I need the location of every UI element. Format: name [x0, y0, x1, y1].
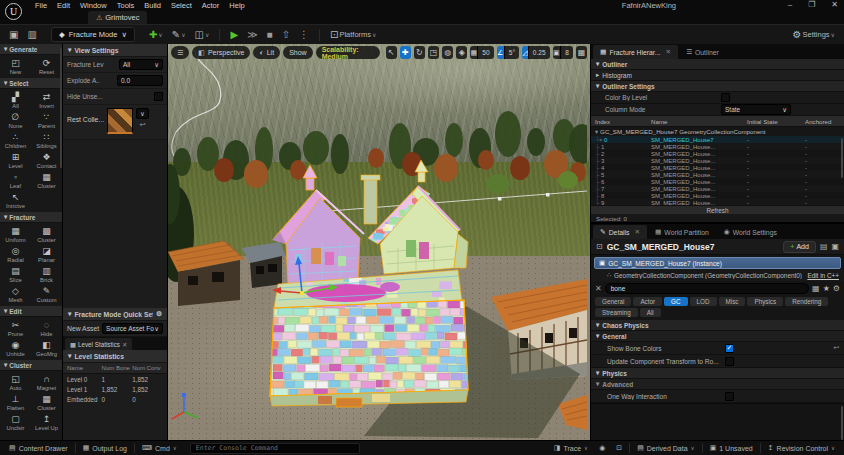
- use-selected-icon[interactable]: ↩: [139, 121, 145, 129]
- filter-chip-actor[interactable]: Actor: [633, 297, 662, 306]
- filter-chip-misc[interactable]: Misc: [719, 297, 746, 306]
- camera-speed-control[interactable]: ▣ 8: [553, 46, 573, 59]
- tool-select-none[interactable]: ∅None: [0, 110, 31, 130]
- close-button[interactable]: ✕: [831, 0, 838, 9]
- view-mode-dropdown[interactable]: ◐Lit: [253, 46, 280, 59]
- level-viewport[interactable]: ☰ ◧Perspective ◐Lit Show Scalability: Me…: [168, 44, 590, 440]
- stop-button[interactable]: ■: [264, 29, 276, 40]
- display-filter-icon[interactable]: ▦: [812, 284, 820, 293]
- grid-snap-control[interactable]: ▦ 50: [470, 46, 493, 59]
- maximize-button[interactable]: ❐: [808, 0, 815, 9]
- clear-search-icon[interactable]: ✕: [595, 284, 602, 293]
- outliner-root-row[interactable]: ▾ GC_SM_MERGED_House7 GeometryCollection…: [591, 127, 844, 136]
- tool-select-invert[interactable]: ⇄Invert: [31, 90, 62, 110]
- menu-build[interactable]: Build: [139, 0, 166, 11]
- settings-dropdown[interactable]: ⚙Settings∨: [790, 29, 838, 40]
- rotation-snap-control[interactable]: ∠ 5°: [497, 46, 519, 59]
- quick-settings-header[interactable]: ▾ Fracture Mode Quick Settin ⚙: [63, 308, 167, 321]
- select-tool[interactable]: ↖: [386, 46, 397, 59]
- palette-section-select[interactable]: ▾Select: [0, 78, 62, 89]
- tool-select-all[interactable]: ▞All: [0, 90, 31, 110]
- menu-file[interactable]: File: [30, 0, 52, 11]
- general-header[interactable]: ▾ General: [591, 331, 844, 342]
- insights-button[interactable]: ◉: [595, 444, 609, 452]
- tool-select-level[interactable]: ⊞Level: [0, 150, 31, 170]
- gear-icon[interactable]: ⚙: [156, 310, 162, 318]
- output-log-button[interactable]: ▦Output Log: [79, 444, 131, 452]
- tool-fracture-planar[interactable]: ◪Planar: [31, 244, 62, 264]
- browse-icon[interactable]: ▤: [820, 242, 828, 251]
- outliner-row-1[interactable]: ├ 1SM_MERGED_House...--: [591, 143, 844, 150]
- tool-select-leaf[interactable]: ◦Leaf: [0, 170, 31, 190]
- explode-amount-input[interactable]: 0.0: [117, 75, 163, 86]
- show-dropdown[interactable]: Show: [283, 46, 313, 59]
- close-icon[interactable]: ✕: [634, 228, 639, 236]
- lock-icon[interactable]: ▣: [831, 242, 839, 251]
- refresh-button[interactable]: Refresh: [591, 205, 844, 214]
- tool-cluster-magnet[interactable]: ∩Magnet: [31, 372, 62, 392]
- one-way-interaction-checkbox[interactable]: [725, 392, 734, 401]
- new-asset-dropdown[interactable]: Source Asset Fo∨: [102, 323, 163, 334]
- filter-chip-gc[interactable]: GC: [664, 297, 687, 306]
- menu-edit[interactable]: Edit: [52, 0, 75, 11]
- outliner-row-0[interactable]: └▾ 0SM_MERGED_House7--: [591, 136, 844, 143]
- close-icon[interactable]: ✕: [665, 48, 670, 56]
- palette-section-fracture[interactable]: ▾Fracture: [0, 212, 62, 223]
- tab-level-grimtovec[interactable]: ⚠ Grimtovec: [88, 11, 147, 24]
- tool-generate-reset[interactable]: ⟳Reset: [31, 56, 62, 76]
- scale-snap-control[interactable]: ◿ 0.25: [522, 46, 550, 59]
- filter-chip-all[interactable]: All: [640, 308, 661, 317]
- scale-tool[interactable]: ◳: [428, 46, 439, 59]
- console-command-input[interactable]: Enter Console Command: [190, 443, 360, 454]
- tool-fracture-brick[interactable]: ▥Brick: [31, 264, 62, 284]
- show-bone-colors-checkbox[interactable]: ✓: [725, 344, 734, 353]
- menu-tools[interactable]: Tools: [112, 0, 140, 11]
- outliner-row-3[interactable]: ├ 3SM_MERGED_House...--: [591, 157, 844, 164]
- outliner-scrollbar[interactable]: [841, 138, 843, 178]
- tool-fracture-uniform[interactable]: ▦Uniform: [0, 224, 31, 244]
- rotate-tool[interactable]: ↻: [414, 46, 425, 59]
- rest-collection-dropdown[interactable]: ∨: [136, 108, 149, 119]
- instance-row[interactable]: ▣ GC_SM_MERGED_House7 (Instance): [594, 257, 841, 269]
- scalability-warning[interactable]: Scalability: Medium: [316, 46, 380, 59]
- tool-select-contact[interactable]: ❖Contact: [31, 150, 62, 170]
- tool-select-parent[interactable]: ∵Parent: [31, 110, 62, 130]
- tool-fracture-radial[interactable]: ◎Radial: [0, 244, 31, 264]
- cinematics-button[interactable]: ◫∨: [192, 29, 213, 40]
- histogram-header[interactable]: ▸ Histogram: [591, 70, 844, 81]
- update-component-checkbox[interactable]: [725, 357, 734, 366]
- outliner-row-4[interactable]: ├ 4SM_MERGED_House...--: [591, 164, 844, 171]
- derived-data-dropdown[interactable]: ▤Derived Data∨: [633, 444, 699, 452]
- palette-section-generate[interactable]: ▾Generate: [0, 44, 62, 55]
- play-options-button[interactable]: ⋮: [296, 29, 312, 40]
- outliner-row-7[interactable]: ├ 7SM_MERGED_House...--: [591, 185, 844, 192]
- menu-select[interactable]: Select: [166, 0, 197, 11]
- level-statistics-header[interactable]: ▾ Level Statistics: [63, 350, 167, 363]
- tool-select-cluster[interactable]: ▦Cluster: [31, 170, 62, 190]
- tool-select-intrctve[interactable]: ↖Intrctve: [0, 190, 31, 210]
- view-settings-header[interactable]: ▾ View Settings: [63, 44, 167, 57]
- viewport-options-button[interactable]: ☰: [171, 46, 189, 59]
- tool-cluster-level-up[interactable]: ↥Level Up: [31, 412, 62, 432]
- cmd-dropdown[interactable]: ⌨Cmd∨: [138, 444, 181, 452]
- outliner-row-5[interactable]: ├ 5SM_MERGED_House...--: [591, 171, 844, 178]
- tab-world-partition[interactable]: ▦ World Partition: [648, 225, 716, 239]
- tool-cluster-auto[interactable]: ◱Auto: [0, 372, 31, 392]
- outliner-row-8[interactable]: ├ 8SM_MERGED_House...--: [591, 192, 844, 199]
- import-content-button[interactable]: ▥: [24, 29, 39, 40]
- tool-select-children[interactable]: ∴Children: [0, 130, 31, 150]
- surface-snap-toggle[interactable]: ◈: [456, 46, 467, 59]
- filter-chip-physics[interactable]: Physics: [747, 297, 783, 306]
- tool-fracture-mesh[interactable]: ◇Mesh: [0, 284, 31, 304]
- revision-control-dropdown[interactable]: ↥Revision Control∨: [764, 444, 839, 452]
- palette-scrollbar[interactable]: [60, 48, 62, 168]
- content-drawer-button[interactable]: ▤Content Drawer: [5, 444, 72, 452]
- tool-select-siblings[interactable]: ∷Siblings: [31, 130, 62, 150]
- details-scrollbar[interactable]: [841, 406, 843, 440]
- chaos-physics-header[interactable]: ▾ Chaos Physics: [591, 320, 844, 331]
- outliner-section-header[interactable]: ▾ Outliner: [591, 59, 844, 70]
- snapshot-button[interactable]: ⊡: [612, 444, 626, 452]
- close-icon[interactable]: ✕: [122, 341, 127, 348]
- blueprints-button[interactable]: ✎∨: [169, 29, 189, 40]
- tool-cluster-unclstr[interactable]: ▢Unclstr: [0, 412, 31, 432]
